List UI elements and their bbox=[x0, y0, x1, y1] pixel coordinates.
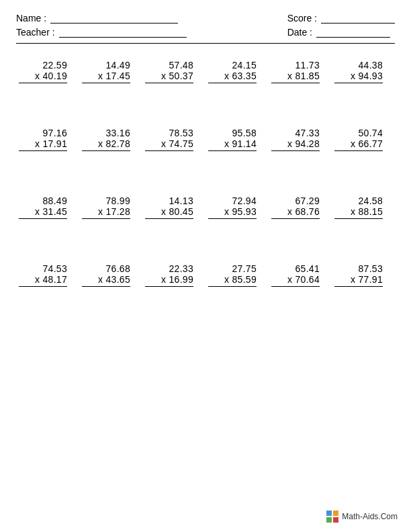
svg-rect-2 bbox=[326, 517, 332, 523]
answer-space-2 bbox=[16, 219, 395, 254]
answer-space-3 bbox=[16, 287, 395, 322]
problem-top-0-2: 57.48 bbox=[169, 60, 193, 71]
problem-top-3-3: 27.75 bbox=[232, 263, 257, 274]
problem-bottom-0-5: x 94.93 bbox=[334, 71, 383, 83]
problem-bottom-2-4: x 68.76 bbox=[271, 206, 320, 219]
score-label: Score : bbox=[287, 13, 317, 24]
problem-section-3: 74.53x 48.1776.68x 43.6522.33x 16.9927.7… bbox=[16, 254, 395, 322]
problem-top-2-3: 72.94 bbox=[232, 195, 257, 206]
problem-bottom-1-2: x 74.75 bbox=[145, 138, 193, 151]
problem-top-3-4: 65.41 bbox=[295, 263, 320, 274]
problem-2-0: 88.49x 31.45 bbox=[16, 195, 79, 219]
problem-top-0-5: 44.38 bbox=[358, 60, 383, 71]
problem-top-0-1: 14.49 bbox=[105, 60, 130, 71]
problem-1-2: 78.53x 74.75 bbox=[142, 128, 205, 151]
problem-top-3-1: 76.68 bbox=[105, 263, 130, 274]
problem-0-3: 24.15x 63.35 bbox=[205, 60, 269, 83]
problem-top-2-4: 67.29 bbox=[295, 195, 320, 206]
date-label: Date : bbox=[287, 27, 312, 38]
problem-bottom-1-1: x 82.78 bbox=[82, 138, 130, 151]
problem-1-5: 50.74x 66.77 bbox=[332, 128, 395, 151]
header-divider bbox=[16, 43, 395, 44]
problem-top-1-3: 95.58 bbox=[232, 128, 257, 138]
problem-3-1: 76.68x 43.65 bbox=[79, 263, 142, 287]
problem-bottom-2-1: x 17.28 bbox=[82, 206, 130, 219]
name-row: Name : bbox=[16, 12, 187, 24]
header-left: Name : Teacher : bbox=[16, 12, 187, 38]
problem-2-3: 72.94x 95.93 bbox=[205, 195, 269, 219]
problem-bottom-2-0: x 31.45 bbox=[19, 206, 67, 219]
problem-0-1: 14.49x 17.45 bbox=[79, 60, 142, 83]
score-line bbox=[321, 12, 395, 24]
problem-top-2-2: 14.13 bbox=[169, 195, 193, 206]
problem-3-0: 74.53x 48.17 bbox=[16, 263, 79, 287]
problem-top-2-0: 88.49 bbox=[42, 195, 67, 206]
problem-bottom-3-5: x 77.91 bbox=[334, 274, 383, 287]
problem-1-4: 47.33x 94.28 bbox=[269, 128, 332, 151]
problem-top-2-1: 78.99 bbox=[105, 195, 130, 206]
problem-1-0: 97.16x 17.91 bbox=[16, 128, 79, 151]
name-label: Name : bbox=[16, 13, 46, 24]
header: Name : Teacher : Score : Date : bbox=[16, 12, 395, 38]
problem-top-0-3: 24.15 bbox=[232, 60, 257, 71]
problem-1-1: 33.16x 82.78 bbox=[79, 128, 142, 151]
answer-space-0 bbox=[16, 83, 395, 118]
name-line bbox=[50, 12, 178, 24]
problem-bottom-1-4: x 94.28 bbox=[271, 138, 320, 151]
problem-3-2: 22.33x 16.99 bbox=[142, 263, 205, 287]
page: Name : Teacher : Score : Date : 22.59x 4… bbox=[0, 0, 411, 532]
problem-1-3: 95.58x 91.14 bbox=[205, 128, 269, 151]
problem-2-1: 78.99x 17.28 bbox=[79, 195, 142, 219]
problem-bottom-0-2: x 50.37 bbox=[145, 71, 193, 83]
problem-top-1-1: 33.16 bbox=[105, 128, 130, 138]
problem-top-0-0: 22.59 bbox=[42, 60, 67, 71]
problems-row-1: 97.16x 17.9133.16x 82.7878.53x 74.7595.5… bbox=[16, 118, 395, 151]
problem-bottom-3-0: x 48.17 bbox=[19, 274, 67, 287]
svg-rect-0 bbox=[326, 511, 332, 516]
teacher-row: Teacher : bbox=[16, 26, 187, 38]
problem-section-0: 22.59x 40.1914.49x 17.4557.48x 50.3724.1… bbox=[16, 50, 395, 118]
problems-container: 22.59x 40.1914.49x 17.4557.48x 50.3724.1… bbox=[16, 50, 395, 322]
teacher-line bbox=[59, 26, 187, 38]
problems-row-2: 88.49x 31.4578.99x 17.2814.13x 80.4572.9… bbox=[16, 186, 395, 219]
problem-bottom-1-0: x 17.91 bbox=[19, 138, 67, 151]
problem-3-3: 27.75x 85.59 bbox=[205, 263, 269, 287]
watermark-icon bbox=[326, 511, 338, 523]
problem-bottom-0-1: x 17.45 bbox=[82, 71, 130, 83]
teacher-label: Teacher : bbox=[16, 27, 55, 38]
problem-0-4: 11.73x 81.85 bbox=[269, 60, 332, 83]
problem-top-1-5: 50.74 bbox=[358, 128, 383, 138]
problem-bottom-3-3: x 85.59 bbox=[208, 274, 257, 287]
svg-rect-1 bbox=[333, 511, 338, 516]
problem-bottom-1-5: x 66.77 bbox=[334, 138, 383, 151]
problem-3-4: 65.41x 70.64 bbox=[269, 263, 332, 287]
problem-bottom-2-3: x 95.93 bbox=[208, 206, 257, 219]
problem-bottom-3-4: x 70.64 bbox=[271, 274, 320, 287]
problem-top-1-0: 97.16 bbox=[42, 128, 67, 138]
watermark-text: Math-Aids.Com bbox=[342, 512, 398, 521]
problem-bottom-0-0: x 40.19 bbox=[19, 71, 67, 83]
problem-top-1-2: 78.53 bbox=[169, 128, 193, 138]
problem-bottom-1-3: x 91.14 bbox=[208, 138, 257, 151]
problem-bottom-3-2: x 16.99 bbox=[145, 274, 193, 287]
date-line bbox=[316, 26, 390, 38]
problem-top-3-5: 87.53 bbox=[358, 263, 383, 274]
problem-bottom-2-5: x 88.15 bbox=[334, 206, 383, 219]
problem-2-4: 67.29x 68.76 bbox=[269, 195, 332, 219]
svg-rect-3 bbox=[333, 517, 338, 523]
problem-2-2: 14.13x 80.45 bbox=[142, 195, 205, 219]
date-row: Date : bbox=[287, 26, 395, 38]
answer-space-1 bbox=[16, 151, 395, 186]
watermark: Math-Aids.Com bbox=[326, 511, 398, 523]
problem-bottom-0-3: x 63.35 bbox=[208, 71, 257, 83]
score-row: Score : bbox=[287, 12, 395, 24]
problem-bottom-3-1: x 43.65 bbox=[82, 274, 130, 287]
problem-section-2: 88.49x 31.4578.99x 17.2814.13x 80.4572.9… bbox=[16, 186, 395, 254]
problem-top-2-5: 24.58 bbox=[358, 195, 383, 206]
problem-0-5: 44.38x 94.93 bbox=[332, 60, 395, 83]
problem-0-0: 22.59x 40.19 bbox=[16, 60, 79, 83]
problem-section-1: 97.16x 17.9133.16x 82.7878.53x 74.7595.5… bbox=[16, 118, 395, 186]
header-right: Score : Date : bbox=[287, 12, 395, 38]
problem-3-5: 87.53x 77.91 bbox=[332, 263, 395, 287]
problems-row-3: 74.53x 48.1776.68x 43.6522.33x 16.9927.7… bbox=[16, 254, 395, 287]
